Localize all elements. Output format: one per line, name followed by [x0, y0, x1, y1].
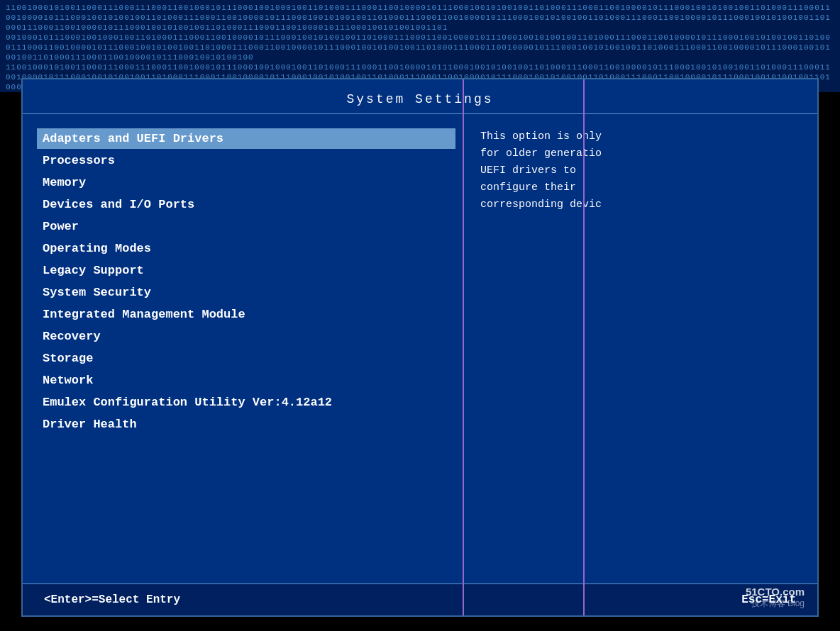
- menu-item-5[interactable]: Operating Modes: [37, 238, 455, 259]
- bottom-select-text: <Enter>=Select Entry: [44, 593, 180, 606]
- watermark-site: 51CTO.com: [746, 586, 805, 598]
- menu-item-7[interactable]: System Security: [37, 282, 455, 303]
- info-panel: This option is onlyfor older generatioUE…: [470, 114, 817, 572]
- bottom-bar: <Enter>=Select Entry Esc=Exit: [23, 583, 817, 615]
- menu-item-0[interactable]: Adapters and UEFI Drivers: [37, 128, 455, 149]
- info-line-4: corresponding devic: [480, 196, 807, 213]
- title-bar: System Settings: [23, 79, 817, 114]
- info-line-3: configure their: [480, 179, 807, 196]
- vertical-line-1: [463, 79, 464, 615]
- menu-item-3[interactable]: Devices and I/O Ports: [37, 194, 455, 215]
- menu-item-11[interactable]: Network: [37, 370, 455, 391]
- menu-panel: Adapters and UEFI DriversProcessorsMemor…: [23, 114, 470, 572]
- menu-item-6[interactable]: Legacy Support: [37, 260, 455, 281]
- menu-item-13[interactable]: Driver Health: [37, 414, 455, 435]
- menu-item-8[interactable]: Integrated Management Module: [37, 304, 455, 325]
- outer-frame: 1100100010100110001110001110001100100010…: [0, 0, 840, 631]
- content-area: Adapters and UEFI DriversProcessorsMemor…: [23, 114, 817, 572]
- info-line-1: for older generatio: [480, 145, 807, 162]
- menu-item-12[interactable]: Emulex Configuration Utility Ver:4.12a12: [37, 392, 455, 413]
- watermark-blog: 技术博客 Blog: [746, 598, 805, 610]
- menu-item-4[interactable]: Power: [37, 216, 455, 237]
- menu-item-1[interactable]: Processors: [37, 150, 455, 171]
- menu-item-2[interactable]: Memory: [37, 172, 455, 193]
- watermark: 51CTO.com 技术博客 Blog: [746, 586, 805, 610]
- menu-item-10[interactable]: Storage: [37, 348, 455, 369]
- vertical-line-2: [583, 79, 585, 615]
- info-line-2: UEFI drivers to: [480, 162, 807, 179]
- menu-item-9[interactable]: Recovery: [37, 326, 455, 347]
- bios-screen: System Settings Adapters and UEFI Driver…: [21, 78, 819, 617]
- page-title: System Settings: [346, 92, 493, 106]
- info-line-0: This option is only: [480, 128, 807, 145]
